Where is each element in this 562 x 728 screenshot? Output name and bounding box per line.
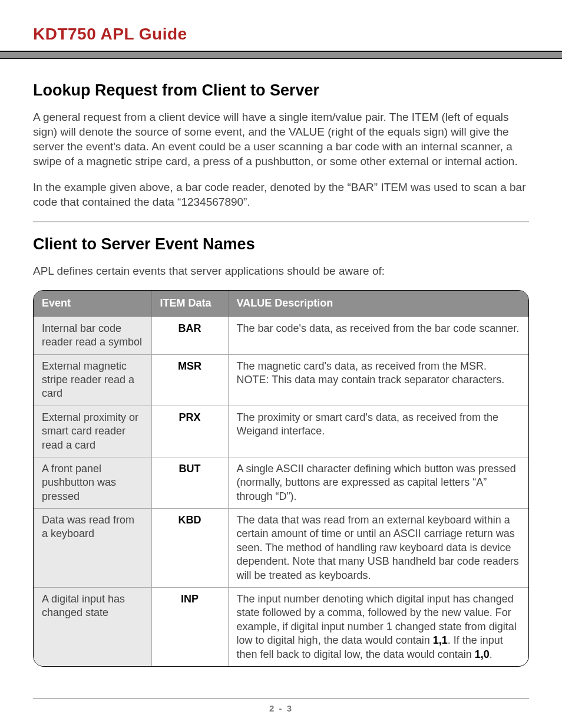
header-divider-bar	[0, 51, 562, 59]
paragraph: A general request from a client device w…	[33, 110, 529, 169]
cell-event: External proximity or smart card reader …	[34, 406, 151, 457]
section-heading-lookup: Lookup Request from Client to Server	[33, 80, 529, 101]
cell-event: A digital input has changed state	[34, 588, 151, 666]
col-header-item: ITEM Data	[151, 291, 228, 317]
table-row: Internal bar code reader read a symbol B…	[34, 317, 528, 354]
cell-item: INP	[151, 588, 228, 666]
bold-value: 1,0	[475, 648, 490, 660]
section-divider	[33, 222, 529, 222]
cell-event: Internal bar code reader read a symbol	[34, 317, 151, 354]
desc-text: .	[490, 648, 492, 660]
table-row: A digital input has changed state INP Th…	[34, 588, 528, 666]
paragraph: APL defines certain events that server a…	[33, 264, 529, 279]
col-header-event: Event	[34, 291, 151, 317]
cell-event: A front panel pushbutton was pressed	[34, 457, 151, 508]
cell-event: External magnetic stripe reader read a c…	[34, 354, 151, 406]
cell-item: KBD	[151, 509, 228, 588]
table-row: A front panel pushbutton was pressed BUT…	[34, 457, 528, 508]
cell-item: BUT	[151, 457, 228, 508]
section-heading-events: Client to Server Event Names	[33, 234, 529, 255]
cell-item: BAR	[151, 317, 228, 354]
cell-desc: The proximity or smart card's data, as r…	[228, 406, 528, 457]
events-table: Event ITEM Data VALUE Description Intern…	[33, 290, 529, 667]
cell-item: MSR	[151, 354, 228, 406]
col-header-value: VALUE Description	[228, 291, 528, 317]
footer-divider	[33, 698, 529, 699]
cell-desc: The bar code's data, as received from th…	[228, 317, 528, 354]
table-header-row: Event ITEM Data VALUE Description	[34, 291, 528, 317]
paragraph: In the example given above, a bar code r…	[33, 180, 529, 209]
cell-desc: The magnetic card's data, as received fr…	[228, 354, 528, 406]
cell-desc: The data that was read from an external …	[228, 509, 528, 588]
document-title: KDT750 APL Guide	[33, 24, 529, 45]
cell-event: Data was read from a keyboard	[34, 509, 151, 588]
cell-desc: A single ASCII character defining which …	[228, 457, 528, 508]
cell-desc: The input number denoting which digital …	[228, 588, 528, 666]
table-row: External proximity or smart card reader …	[34, 406, 528, 457]
table-row: External magnetic stripe reader read a c…	[34, 354, 528, 406]
bold-value: 1,1	[433, 634, 448, 646]
table-row: Data was read from a keyboard KBD The da…	[34, 509, 528, 588]
cell-item: PRX	[151, 406, 228, 457]
page-number: 2 - 3	[0, 703, 562, 714]
